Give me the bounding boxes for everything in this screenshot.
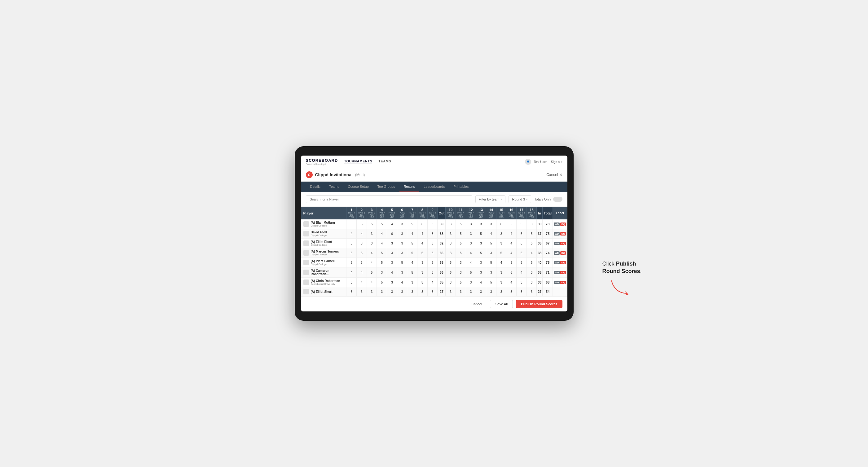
score-cell-hole-4[interactable]: 5 — [377, 278, 387, 287]
score-cell-hole-18[interactable]: 4 — [527, 248, 537, 258]
score-cell-hole-10[interactable]: 6 — [445, 268, 456, 278]
nav-teams[interactable]: TEAMS — [378, 159, 391, 164]
score-cell-hole-4[interactable]: 3 — [377, 268, 387, 278]
score-cell-hole-4[interactable]: 5 — [377, 219, 387, 229]
score-cell-hole-15[interactable]: 3 — [496, 268, 506, 278]
score-cell-hole-13[interactable]: 3 — [476, 287, 486, 296]
score-cell-hole-18[interactable]: 6 — [527, 258, 537, 268]
score-cell-hole-18[interactable]: 3 — [527, 287, 537, 296]
score-cell-hole-16[interactable]: 4 — [506, 229, 517, 239]
tab-details[interactable]: Details — [306, 182, 325, 192]
score-cell-hole-4[interactable]: 4 — [377, 239, 387, 248]
score-cell-hole-7[interactable]: 3 — [407, 287, 417, 296]
score-cell-hole-17[interactable]: 3 — [516, 278, 527, 287]
wd-badge[interactable]: WD — [554, 271, 560, 274]
score-cell-hole-6[interactable]: 3 — [397, 219, 407, 229]
tab-printables[interactable]: Printables — [449, 182, 473, 192]
score-cell-hole-1[interactable]: 4 — [346, 229, 357, 239]
score-cell-hole-6[interactable]: 3 — [397, 248, 407, 258]
score-cell-hole-12[interactable]: 3 — [466, 239, 476, 248]
score-cell-hole-5[interactable]: 3 — [387, 248, 397, 258]
score-cell-hole-9[interactable]: 3 — [427, 219, 438, 229]
score-cell-hole-4[interactable]: 5 — [377, 248, 387, 258]
score-cell-hole-6[interactable]: 5 — [397, 258, 407, 268]
dq-badge[interactable]: DQ — [560, 222, 566, 226]
score-cell-hole-3[interactable]: 5 — [367, 219, 377, 229]
score-cell-hole-7[interactable]: 3 — [407, 278, 417, 287]
score-cell-hole-2[interactable]: 3 — [357, 287, 367, 296]
score-cell-hole-3[interactable]: 3 — [367, 229, 377, 239]
score-cell-hole-15[interactable]: 3 — [496, 278, 506, 287]
score-cell-hole-1[interactable]: 3 — [346, 278, 357, 287]
score-cell-hole-16[interactable]: 4 — [506, 248, 517, 258]
score-cell-hole-16[interactable]: 5 — [506, 268, 517, 278]
score-cell-hole-4[interactable]: 3 — [377, 287, 387, 296]
score-cell-hole-1[interactable]: 3 — [346, 258, 357, 268]
score-cell-hole-14[interactable]: 3 — [486, 248, 496, 258]
score-cell-hole-17[interactable]: 5 — [516, 248, 527, 258]
tab-results[interactable]: Results — [399, 182, 420, 192]
score-cell-hole-14[interactable]: 5 — [486, 278, 496, 287]
tab-teams[interactable]: Teams — [325, 182, 343, 192]
score-cell-hole-8[interactable]: 5 — [417, 248, 428, 258]
score-cell-hole-10[interactable]: 5 — [445, 258, 456, 268]
tab-tee-groups[interactable]: Tee Groups — [373, 182, 399, 192]
score-cell-hole-9[interactable]: 3 — [427, 239, 438, 248]
score-cell-hole-12[interactable]: 4 — [466, 258, 476, 268]
score-cell-hole-9[interactable]: 4 — [427, 278, 438, 287]
score-cell-hole-11[interactable]: 3 — [456, 268, 466, 278]
score-cell-hole-15[interactable]: 4 — [496, 258, 506, 268]
score-cell-hole-10[interactable]: 3 — [445, 278, 456, 287]
score-cell-hole-6[interactable]: 4 — [397, 278, 407, 287]
score-cell-hole-7[interactable]: 5 — [407, 268, 417, 278]
score-cell-hole-11[interactable]: 5 — [456, 219, 466, 229]
score-cell-hole-10[interactable]: 3 — [445, 219, 456, 229]
score-cell-hole-2[interactable]: 3 — [357, 248, 367, 258]
tournament-cancel-button[interactable]: Cancel ✕ — [546, 173, 562, 177]
score-cell-hole-8[interactable]: 6 — [417, 219, 428, 229]
publish-round-scores-button[interactable]: Publish Round Scores — [516, 300, 562, 308]
round-dropdown[interactable]: Round 3 ▾ — [508, 195, 531, 203]
score-cell-hole-5[interactable]: 4 — [387, 219, 397, 229]
score-cell-hole-17[interactable]: 4 — [516, 268, 527, 278]
score-cell-hole-5[interactable]: 4 — [387, 268, 397, 278]
score-cell-hole-7[interactable]: 4 — [407, 229, 417, 239]
score-cell-hole-8[interactable]: 4 — [417, 239, 428, 248]
score-cell-hole-7[interactable]: 4 — [407, 258, 417, 268]
search-input[interactable] — [306, 195, 472, 203]
score-cell-hole-8[interactable]: 4 — [417, 229, 428, 239]
wd-badge[interactable]: WD — [554, 222, 560, 226]
tab-leaderboards[interactable]: Leaderboards — [419, 182, 449, 192]
score-cell-hole-11[interactable]: 5 — [456, 239, 466, 248]
sign-out-link[interactable]: Sign out — [551, 160, 562, 164]
score-cell-hole-11[interactable]: 3 — [456, 258, 466, 268]
score-cell-hole-13[interactable]: 3 — [476, 258, 486, 268]
score-cell-hole-16[interactable]: 4 — [506, 278, 517, 287]
score-cell-hole-12[interactable]: 5 — [466, 268, 476, 278]
score-cell-hole-6[interactable]: 3 — [397, 229, 407, 239]
save-all-button[interactable]: Save All — [490, 300, 513, 308]
score-cell-hole-5[interactable]: 3 — [387, 258, 397, 268]
score-cell-hole-18[interactable]: 5 — [527, 239, 537, 248]
score-cell-hole-5[interactable]: 3 — [387, 278, 397, 287]
dq-badge[interactable]: DQ — [560, 251, 566, 255]
score-cell-hole-5[interactable]: 3 — [387, 287, 397, 296]
dq-badge[interactable]: DQ — [560, 281, 566, 284]
score-cell-hole-15[interactable]: 6 — [496, 219, 506, 229]
score-cell-hole-14[interactable]: 5 — [486, 239, 496, 248]
score-cell-hole-2[interactable]: 3 — [357, 219, 367, 229]
score-cell-hole-1[interactable]: 3 — [346, 287, 357, 296]
score-cell-hole-2[interactable]: 3 — [357, 239, 367, 248]
score-cell-hole-1[interactable]: 3 — [346, 219, 357, 229]
filter-by-team-dropdown[interactable]: Filter by team ▾ — [475, 195, 506, 203]
score-cell-hole-3[interactable]: 3 — [367, 239, 377, 248]
score-cell-hole-5[interactable]: 6 — [387, 229, 397, 239]
score-cell-hole-10[interactable]: 3 — [445, 239, 456, 248]
score-cell-hole-12[interactable]: 3 — [466, 278, 476, 287]
score-cell-hole-8[interactable]: 3 — [417, 287, 428, 296]
score-cell-hole-9[interactable]: 5 — [427, 258, 438, 268]
score-cell-hole-3[interactable]: 4 — [367, 258, 377, 268]
score-cell-hole-2[interactable]: 4 — [357, 229, 367, 239]
score-cell-hole-12[interactable]: 3 — [466, 287, 476, 296]
nav-tournaments[interactable]: TOURNAMENTS — [344, 159, 372, 164]
